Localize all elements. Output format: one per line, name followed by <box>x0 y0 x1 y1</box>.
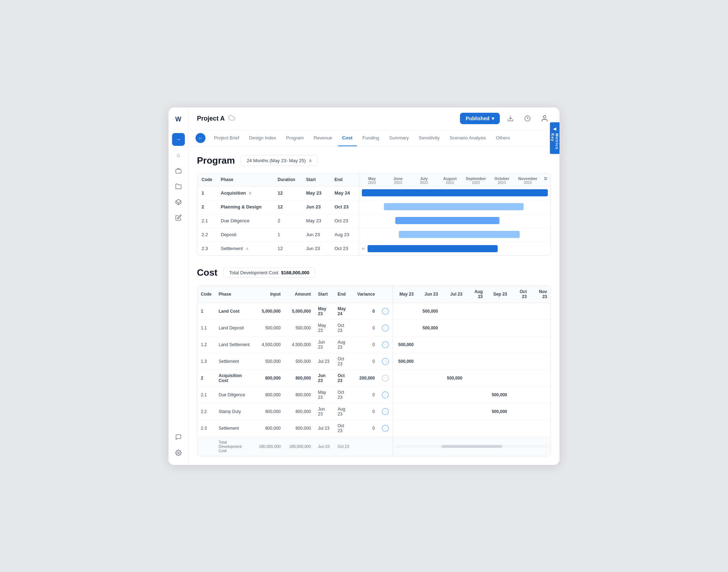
cost-aug23-1 <box>466 303 486 319</box>
cost-oct23-1-2 <box>511 336 530 353</box>
tab-revenue[interactable]: Revenue <box>310 130 337 146</box>
cost-may23-2-3 <box>393 420 417 436</box>
cost-variance-2: 200,000 <box>353 370 379 386</box>
sidebar-icon-folder[interactable] <box>172 180 185 193</box>
tab-sensitivity[interactable]: Sensitivity <box>414 130 444 146</box>
cost-icon-1-2: ○ <box>378 336 393 353</box>
user-button[interactable] <box>538 112 551 125</box>
cost-aug23-2 <box>466 370 486 386</box>
cost-code-2-1: 2.1 <box>197 386 215 403</box>
gantt-phase-2: Planning & Design <box>216 200 273 214</box>
gantt-row-2: 2 Planning & Design 12 Jun 23 Oct 23 <box>197 200 551 214</box>
cost-oct23-2-2 <box>511 403 530 420</box>
cost-aug23-1-2 <box>466 336 486 353</box>
tab-others[interactable]: Others <box>492 130 514 146</box>
cost-end-2-2: Aug 23 <box>334 403 353 420</box>
cost-scrollbar[interactable] <box>396 445 548 448</box>
gantt-dur-2-2: 1 <box>273 228 302 242</box>
clock-button[interactable] <box>521 112 534 125</box>
cost-jul23-1-2 <box>441 336 466 353</box>
cost-variance-2-1: 0 <box>353 386 379 403</box>
cost-col-sep23: Sep 23 <box>486 286 511 303</box>
header-right: Published ▾ <box>460 112 551 125</box>
program-collapse-btn[interactable]: ∧ <box>309 158 312 163</box>
key-metrics-panel[interactable]: ◀ Key Metrics <box>550 122 560 154</box>
cost-input-2: 800,000 <box>254 370 284 386</box>
tab-project-brief[interactable]: Project Brief <box>210 130 243 146</box>
gantt-code-1: 1 <box>197 186 216 200</box>
status-icon-2-1: ○ <box>382 391 389 398</box>
download-button[interactable] <box>504 112 517 125</box>
cost-jul23-2: 500,000 <box>441 370 466 386</box>
cost-scrollbar-cell <box>393 436 551 456</box>
cost-table-container: Code Phase Input Amount Start End Varian… <box>197 285 551 456</box>
gantt-header-row: Code Phase Duration Start End May2023 Ju… <box>197 174 551 186</box>
cost-phase-2-1: Due Diligence <box>215 386 254 403</box>
cost-variance-2-3: 0 <box>353 420 379 436</box>
cost-row-2: 2 Acquisition Cost 800,000 800,000 Jun 2… <box>197 370 551 386</box>
cost-row-2-3: 2.3 Settlement 800,000 800,000 Jul 23 Oc… <box>197 420 551 436</box>
cost-start-2-3: Jul 23 <box>315 420 334 436</box>
project-name: Project A <box>197 115 225 122</box>
cost-col-jul23: Jul 23 <box>441 286 466 303</box>
gantt-month-august: August2023 <box>437 174 463 186</box>
sidebar-icon-portfolio[interactable] <box>172 164 185 177</box>
gantt-month-september: September2023 <box>463 174 489 186</box>
cost-start-total: Jun 23 <box>315 436 334 456</box>
header: Project A Published ▾ <box>188 107 560 130</box>
sidebar-icon-home[interactable]: ⌂ <box>172 149 185 161</box>
cost-input-2-2: 800,000 <box>254 403 284 420</box>
gantt-phase-2-2: Deposit <box>216 228 273 242</box>
gantt-start-2-2: Jun 23 <box>302 228 330 242</box>
gantt-row-2-3: 2.3 Settlement ∧ 12 Jun 23 Oct 23 <box>197 242 551 255</box>
cost-code-1-3: 1.3 <box>197 353 215 370</box>
gantt-code-2-1: 2.1 <box>197 214 216 228</box>
cost-amount-1: 5,000,000 <box>284 303 315 319</box>
content-area: Program 24 Months (May 23- May 25) ∧ Cod… <box>188 147 560 465</box>
gantt-month-extra: D <box>541 174 551 186</box>
cost-title: Cost <box>197 267 218 278</box>
gantt-col-duration: Duration <box>273 174 302 186</box>
tab-funding[interactable]: Funding <box>358 130 384 146</box>
gantt-table: Code Phase Duration Start End May2023 Ju… <box>197 174 551 255</box>
cost-code-1-1: 1.1 <box>197 319 215 336</box>
sidebar-icon-edit[interactable] <box>172 211 185 224</box>
cost-row-total: Total Development Cost 180,000,000 180,0… <box>197 436 551 456</box>
gantt-code-2-2: 2.2 <box>197 228 216 242</box>
tab-scenario-analysis[interactable]: Scenario Analysis <box>445 130 491 146</box>
sidebar-icon-back[interactable]: → <box>172 133 185 146</box>
published-button[interactable]: Published ▾ <box>460 113 500 124</box>
cost-col-amount: Amount <box>284 286 315 303</box>
tab-program[interactable]: Program <box>282 130 308 146</box>
tab-design-index[interactable]: Design Index <box>245 130 280 146</box>
gantt-bar-2-1 <box>359 214 551 228</box>
tab-cost[interactable]: Cost <box>338 130 357 146</box>
cost-sep23-2-2: 500,000 <box>486 403 511 420</box>
cost-variance-total <box>353 436 379 456</box>
cost-code-2: 2 <box>197 370 215 386</box>
cost-amount-2: 800,000 <box>284 370 315 386</box>
sidebar: W → ⌂ <box>168 107 188 465</box>
sidebar-icon-settings[interactable] <box>172 446 185 459</box>
cost-col-code: Code <box>197 286 215 303</box>
cost-nov23-2-2 <box>530 403 551 420</box>
tab-summary[interactable]: Summary <box>385 130 413 146</box>
cost-badge[interactable]: Total Development Cost $168,000,000 <box>223 268 316 278</box>
gantt-col-start: Start <box>302 174 330 186</box>
app-logo[interactable]: W <box>172 113 185 126</box>
cost-start-1-2: Jun 23 <box>315 336 334 353</box>
cost-may23-2-1 <box>393 386 417 403</box>
cost-phase-1: Land Cost <box>215 303 254 319</box>
status-icon-1-2: ○ <box>382 341 389 348</box>
cost-icon-1-1: ○ <box>378 319 393 336</box>
cost-phase-1-2: Land Settlement <box>215 336 254 353</box>
cost-end-1-1: Oct 23 <box>334 319 353 336</box>
gantt-bar-2-2 <box>359 228 551 242</box>
cost-code-1-2: 1.2 <box>197 336 215 353</box>
cost-oct23-2-3 <box>511 420 530 436</box>
nav-back-button[interactable]: ← <box>196 133 205 143</box>
cost-nov23-2-1 <box>530 386 551 403</box>
sidebar-icon-cube[interactable] <box>172 196 185 208</box>
sidebar-icon-chat[interactable] <box>172 431 185 444</box>
program-badge[interactable]: 24 Months (May 23- May 25) ∧ <box>241 155 318 166</box>
